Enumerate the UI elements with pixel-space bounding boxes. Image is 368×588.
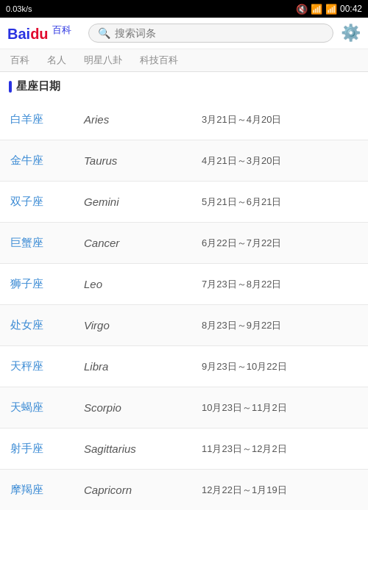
network-speed: 0.03k/s [6, 4, 32, 13]
table-row: 巨蟹座 Cancer 6月22日～7月22日 [0, 223, 368, 264]
table-row: 处女座 Virgo 8月23日～9月22日 [0, 305, 368, 346]
table-row: 狮子座 Leo 7月23日～8月22日 [0, 264, 368, 305]
tabs-row: 百科 名人 明星八卦 科技百科 [0, 49, 368, 72]
zodiac-english: Leo [74, 264, 191, 305]
settings-icon[interactable]: ⚙️ [341, 24, 361, 43]
zodiac-chinese[interactable]: 双子座 [0, 182, 74, 223]
zodiac-dates: 5月21日～6月21日 [191, 182, 368, 223]
table-row: 摩羯座 Capricorn 12月22日～1月19日 [0, 470, 368, 511]
search-icon: 🔍 [98, 27, 110, 39]
section-title-bar [9, 81, 12, 93]
zodiac-english: Libra [74, 346, 191, 387]
zodiac-dates: 11月23日～12月2日 [191, 429, 368, 470]
zodiac-dates: 4月21日～3月20日 [191, 140, 368, 182]
status-icons: 🔇 📶 📶 00:42 [296, 4, 362, 15]
zodiac-dates: 12月22日～1月19日 [191, 470, 368, 511]
zodiac-english: Capricorn [74, 470, 191, 511]
zodiac-dates: 6月22日～7月22日 [191, 223, 368, 264]
table-row: 射手座 Sagittarius 11月23日～12月2日 [0, 429, 368, 470]
signal-icon: 📶 [325, 4, 337, 15]
zodiac-english: Sagittarius [74, 429, 191, 470]
zodiac-chinese[interactable]: 狮子座 [0, 264, 74, 305]
zodiac-chinese[interactable]: 处女座 [0, 305, 74, 346]
table-row: 天秤座 Libra 9月23日～10月22日 [0, 346, 368, 387]
zodiac-chinese[interactable]: 天秤座 [0, 346, 74, 387]
zodiac-english: Cancer [74, 223, 191, 264]
zodiac-dates: 7月23日～8月22日 [191, 264, 368, 305]
baidu-logo-text: Baidu 百科 [7, 24, 71, 43]
zodiac-english: Gemini [74, 182, 191, 223]
tab-baike[interactable]: 百科 [7, 49, 32, 71]
zodiac-chinese[interactable]: 天蝎座 [0, 387, 74, 429]
zodiac-chinese[interactable]: 金牛座 [0, 140, 74, 182]
zodiac-english: Virgo [74, 305, 191, 346]
zodiac-chinese[interactable]: 白羊座 [0, 99, 74, 140]
table-row: 双子座 Gemini 5月21日～6月21日 [0, 182, 368, 223]
zodiac-dates: 3月21日～4月20日 [191, 99, 368, 140]
search-input[interactable] [115, 27, 324, 39]
clock: 00:42 [340, 4, 362, 14]
wifi-icon: 📶 [311, 4, 322, 15]
zodiac-dates: 10月23日～11月2日 [191, 387, 368, 429]
table-row: 天蝎座 Scorpio 10月23日～11月2日 [0, 387, 368, 429]
zodiac-chinese[interactable]: 巨蟹座 [0, 223, 74, 264]
baidu-logo: Baidu 百科 [7, 24, 81, 43]
search-bar[interactable]: 🔍 [88, 24, 333, 43]
tab-tech[interactable]: 科技百科 [137, 49, 181, 71]
zodiac-table: 白羊座 Aries 3月21日～4月20日 金牛座 Taurus 4月21日～3… [0, 99, 368, 510]
tab-gossip[interactable]: 明星八卦 [81, 49, 125, 71]
zodiac-english: Taurus [74, 140, 191, 182]
zodiac-chinese[interactable]: 摩羯座 [0, 470, 74, 511]
section-title: 星座日期 [0, 72, 368, 99]
mute-icon: 🔇 [296, 4, 308, 15]
table-row: 白羊座 Aries 3月21日～4月20日 [0, 99, 368, 140]
status-bar: 0.03k/s 🔇 📶 📶 00:42 [0, 0, 368, 18]
section-title-text: 星座日期 [16, 79, 60, 93]
tab-celebrity[interactable]: 名人 [44, 49, 69, 71]
header: Baidu 百科 🔍 ⚙️ [0, 18, 368, 49]
zodiac-english: Scorpio [74, 387, 191, 429]
zodiac-dates: 9月23日～10月22日 [191, 346, 368, 387]
zodiac-chinese[interactable]: 射手座 [0, 429, 74, 470]
zodiac-english: Aries [74, 99, 191, 140]
table-row: 金牛座 Taurus 4月21日～3月20日 [0, 140, 368, 182]
zodiac-dates: 8月23日～9月22日 [191, 305, 368, 346]
